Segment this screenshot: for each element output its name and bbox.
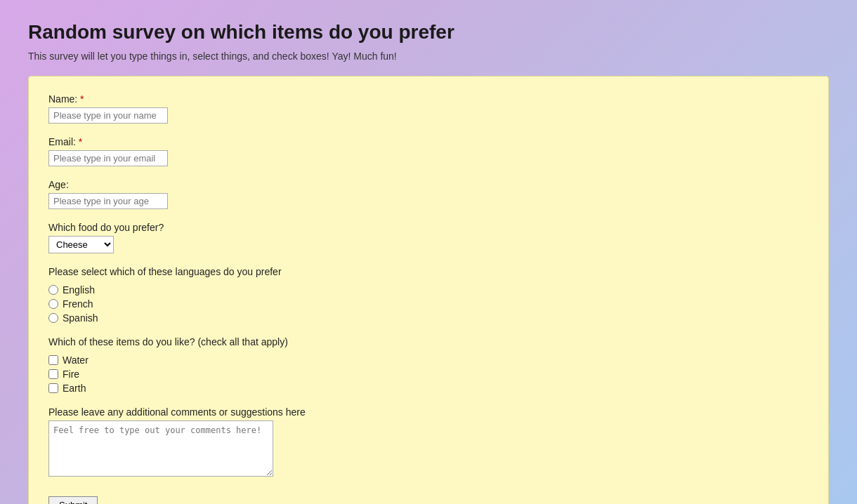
- item-fire-checkbox[interactable]: [48, 369, 58, 379]
- age-group: Age:: [48, 179, 809, 209]
- email-group: Email: *: [48, 136, 809, 166]
- language-radio-group: English French Spanish: [48, 284, 809, 324]
- name-input[interactable]: [48, 107, 168, 124]
- name-required-star: *: [77, 93, 84, 105]
- submit-button[interactable]: Submit: [48, 496, 98, 504]
- language-french[interactable]: French: [48, 298, 809, 310]
- language-spanish-label: Spanish: [63, 312, 98, 324]
- language-english-label: English: [63, 284, 95, 296]
- comments-textarea[interactable]: [48, 420, 273, 477]
- language-spanish[interactable]: Spanish: [48, 312, 809, 324]
- language-english[interactable]: English: [48, 284, 809, 296]
- item-water-checkbox[interactable]: [48, 355, 58, 365]
- email-label: Email: *: [48, 136, 809, 147]
- name-label: Name: *: [48, 93, 809, 105]
- age-input[interactable]: [48, 193, 168, 209]
- item-fire[interactable]: Fire: [48, 369, 809, 380]
- items-checkbox-group: Water Fire Earth: [48, 354, 809, 394]
- item-water-label: Water: [63, 354, 89, 366]
- page-subtitle: This survey will let you type things in,…: [28, 51, 829, 62]
- food-select[interactable]: Cheese Pizza Sushi Tacos: [48, 236, 114, 253]
- item-earth[interactable]: Earth: [48, 383, 809, 394]
- language-label: Please select which of these languages d…: [48, 266, 809, 277]
- items-group: Which of these items do you like? (check…: [48, 336, 809, 394]
- name-group: Name: *: [48, 93, 809, 124]
- language-french-radio[interactable]: [48, 299, 58, 309]
- food-label: Which food do you prefer?: [48, 222, 809, 233]
- language-group: Please select which of these languages d…: [48, 266, 809, 324]
- language-french-label: French: [63, 298, 93, 310]
- email-required-star: *: [76, 136, 82, 147]
- language-english-radio[interactable]: [48, 285, 58, 295]
- item-water[interactable]: Water: [48, 354, 809, 366]
- age-label: Age:: [48, 179, 809, 190]
- page-title: Random survey on which items do you pref…: [28, 21, 829, 44]
- items-label: Which of these items do you like? (check…: [48, 336, 809, 347]
- language-spanish-radio[interactable]: [48, 313, 58, 323]
- survey-form-container: Name: * Email: * Age: Which food do you …: [28, 76, 829, 504]
- comments-label: Please leave any additional comments or …: [48, 406, 809, 418]
- food-group: Which food do you prefer? Cheese Pizza S…: [48, 222, 809, 253]
- item-earth-checkbox[interactable]: [48, 383, 58, 393]
- item-earth-label: Earth: [63, 383, 86, 394]
- comments-group: Please leave any additional comments or …: [48, 406, 809, 477]
- item-fire-label: Fire: [63, 369, 79, 380]
- email-input[interactable]: [48, 150, 168, 166]
